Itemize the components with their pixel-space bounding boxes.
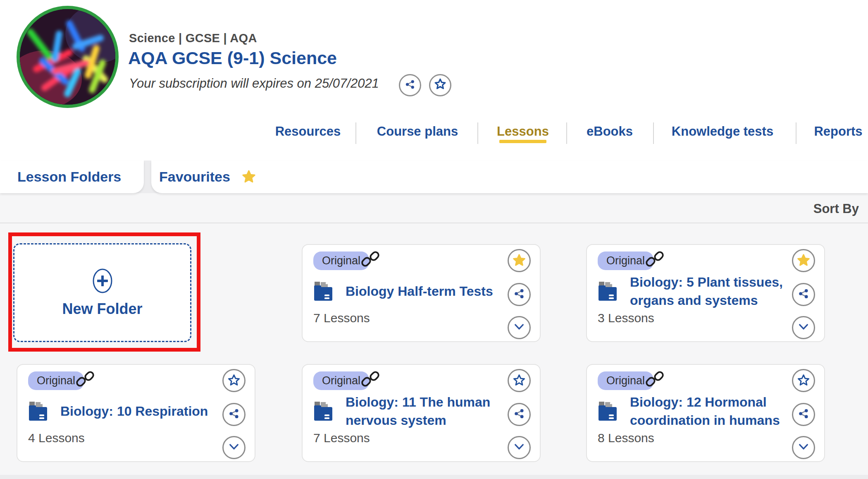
original-badge: Original: [598, 371, 653, 390]
original-badge: Original: [28, 371, 84, 390]
share-icon: [513, 287, 526, 302]
folder-documents-icon: [313, 401, 333, 422]
share-icon: [227, 407, 241, 422]
share-icon: [404, 78, 416, 92]
lesson-count: 7 Lessons: [313, 311, 370, 325]
folder-tabs-strip: Lesson Folders Favourites: [0, 160, 868, 193]
share-folder-button[interactable]: [508, 283, 531, 306]
lesson-folder-card: Original Biology: 11 The human nervous s…: [302, 364, 541, 462]
lesson-folders-panel: Sort By New Folder Original Biology Half…: [0, 193, 868, 479]
star-filled-icon: [512, 253, 527, 268]
share-icon: [513, 407, 526, 422]
original-badge: Original: [313, 371, 369, 390]
link-icon: [646, 250, 664, 270]
divider: [0, 223, 868, 223]
favourite-folder-button[interactable]: [508, 369, 531, 392]
link-icon: [361, 250, 379, 270]
lesson-count: 4 Lessons: [28, 431, 85, 445]
favourite-folder-button[interactable]: [508, 249, 531, 272]
folder-documents-icon: [28, 401, 48, 422]
tab-favourites-label: Favourites: [159, 169, 230, 185]
nav-separator: [566, 122, 567, 144]
sort-by-control[interactable]: Sort By: [813, 201, 859, 216]
tab-lesson-folders-label: Lesson Folders: [17, 169, 121, 185]
folder-documents-icon: [598, 401, 618, 422]
lesson-count: 3 Lessons: [598, 311, 654, 325]
favourite-course-button[interactable]: [429, 74, 451, 96]
star-outline-icon: [227, 374, 241, 388]
star-outline-icon: [434, 78, 447, 93]
lessons-page: Science | GCSE | AQA AQA GCSE (9-1) Scie…: [0, 0, 868, 479]
lesson-folder-card: Original Biology: 12 Hormonal coordinati…: [586, 364, 825, 462]
folder-title-link[interactable]: Biology Half-term Tests: [346, 282, 493, 300]
original-badge: Original: [598, 251, 653, 270]
share-icon: [797, 407, 810, 422]
star-outline-icon: [512, 374, 526, 388]
subscription-expiry-text: Your subscription will expires on 25/07/…: [129, 76, 379, 91]
page-title: AQA GCSE (9-1) Science: [128, 48, 337, 68]
plus-circle-icon: [92, 268, 113, 294]
expand-folder-button[interactable]: [222, 436, 246, 459]
share-folder-button[interactable]: [792, 283, 815, 306]
favourite-folder-button[interactable]: [792, 249, 815, 272]
nav-knowledge-tests[interactable]: Knowledge tests: [672, 124, 773, 139]
favourite-folder-button[interactable]: [222, 369, 246, 392]
tab-favourites[interactable]: Favourites: [151, 160, 868, 193]
folder-title-link[interactable]: Biology: 11 The human nervous system: [346, 393, 508, 429]
favourite-folder-button[interactable]: [792, 369, 815, 392]
folder-title-link[interactable]: Biology: 10 Respiration: [60, 402, 208, 420]
new-folder-label: New Folder: [62, 300, 142, 318]
link-icon: [76, 370, 94, 390]
star-filled-icon: [796, 253, 811, 268]
chevron-down-icon: [796, 440, 811, 455]
lesson-count: 8 Lessons: [598, 431, 654, 445]
nav-separator: [477, 122, 478, 144]
original-badge: Original: [313, 251, 369, 270]
course-cover-image: [17, 6, 119, 108]
link-icon: [646, 370, 664, 390]
share-folder-button[interactable]: [792, 403, 815, 426]
lesson-folder-card: Original Biology: 10 Respiration 4 Lesso…: [17, 364, 255, 462]
folder-documents-icon: [598, 281, 618, 302]
folder-documents-icon: [313, 281, 333, 302]
lesson-folder-card: Original Biology: 5 Plant tissues, organ…: [586, 244, 825, 342]
folder-title-link[interactable]: Biology: 12 Hormonal coordination in hum…: [630, 393, 792, 429]
link-icon: [361, 370, 379, 390]
share-folder-button[interactable]: [508, 403, 531, 426]
nav-separator: [355, 122, 356, 144]
nav-reports[interactable]: Reports: [814, 124, 862, 139]
nav-resources[interactable]: Resources: [275, 124, 341, 139]
nav-ebooks[interactable]: eBooks: [587, 124, 633, 139]
nav-course-plans[interactable]: Course plans: [377, 124, 458, 139]
nav-lessons[interactable]: Lessons: [497, 124, 549, 139]
share-folder-button[interactable]: [222, 403, 246, 426]
chevron-down-icon: [796, 320, 811, 335]
favourites-star-icon: [241, 169, 257, 185]
nav-separator: [653, 122, 654, 144]
breadcrumb: Science | GCSE | AQA: [129, 31, 257, 45]
nav-separator: [796, 122, 796, 144]
next-row-edge: [0, 475, 868, 479]
share-course-button[interactable]: [399, 74, 421, 96]
chevron-down-icon: [512, 440, 526, 455]
expand-folder-button[interactable]: [792, 316, 815, 339]
chevron-down-icon: [227, 440, 241, 455]
tab-lesson-folders[interactable]: Lesson Folders: [0, 160, 144, 193]
chevron-down-icon: [512, 320, 526, 335]
folder-title-link[interactable]: Biology: 5 Plant tissues, organs and sys…: [630, 273, 792, 309]
new-folder-button[interactable]: New Folder: [13, 243, 191, 342]
active-nav-underline: [499, 140, 546, 143]
star-outline-icon: [796, 374, 811, 388]
expand-folder-button[interactable]: [508, 436, 531, 459]
lesson-count: 7 Lessons: [313, 431, 370, 445]
expand-folder-button[interactable]: [792, 436, 815, 459]
expand-folder-button[interactable]: [508, 316, 531, 339]
share-icon: [797, 287, 810, 302]
lesson-folder-card: Original Biology Half-term Tests 7 Lesso…: [302, 244, 541, 342]
